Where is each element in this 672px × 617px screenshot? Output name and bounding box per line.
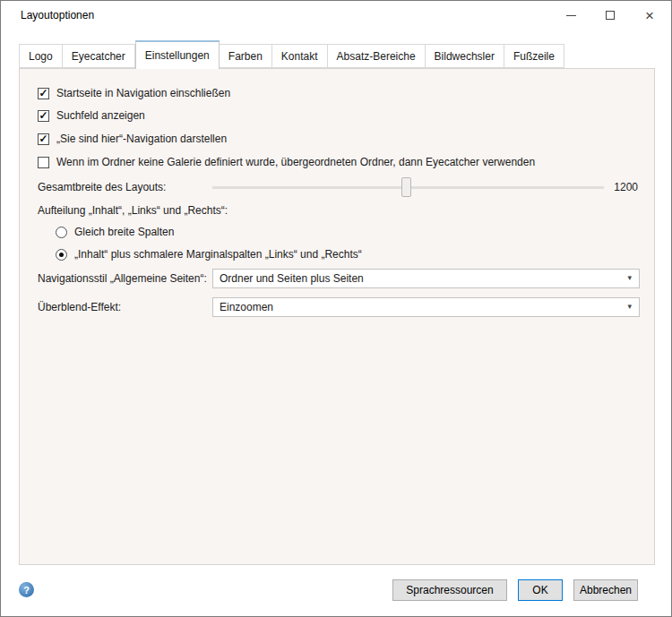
maximize-button[interactable] (590, 1, 630, 30)
dropdown-value: Ordner und Seiten plus Seiten (220, 272, 364, 285)
split-section-label-row: Aufteilung „Inhalt“, „Links“ und „Rechts… (38, 203, 638, 218)
ueberblend-dropdown[interactable]: Einzoomen ▾ (212, 297, 640, 317)
check-icon: ✓ (39, 133, 47, 144)
tab-strip: Logo Eyecatcher Einstellungen Farben Kon… (19, 40, 564, 68)
tab-farben[interactable]: Farben (220, 44, 272, 68)
tab-einstellungen[interactable]: Einstellungen (135, 40, 220, 69)
dropdown-value: Einzoomen (220, 301, 273, 313)
settings-panel: ✓ Startseite in Navigation einschließen … (19, 68, 655, 565)
sprachressourcen-button[interactable]: Sprachressourcen (392, 579, 507, 601)
abbrechen-button[interactable]: Abbrechen (573, 579, 638, 601)
tab-kontakt[interactable]: Kontakt (272, 44, 328, 68)
checkbox-startseite[interactable]: ✓ (38, 88, 49, 99)
ueberblend-label: Überblend-Effekt: (38, 301, 121, 313)
checkbox-galerie-fallback[interactable] (38, 157, 49, 168)
tab-eyecatcher[interactable]: Eyecatcher (63, 44, 135, 68)
radio-gleich-breit[interactable] (56, 227, 67, 238)
layout-width-slider[interactable] (212, 176, 604, 198)
ok-button[interactable]: OK (518, 579, 563, 601)
titlebar: Layoutoptionen × (1, 1, 671, 30)
radio-label: „Inhalt“ plus schmalere Marginalspalten … (74, 248, 362, 261)
navigationsstil-label: Navigationsstil „Allgemeine Seiten“: (38, 272, 207, 285)
checkbox-label: Startseite in Navigation einschließen (56, 87, 230, 99)
checkbox-row-galerie-fallback[interactable]: Wenn im Ordner keine Galerie definiert w… (38, 155, 638, 169)
checkbox-row-startseite[interactable]: ✓ Startseite in Navigation einschließen (38, 86, 638, 100)
checkbox-label: Suchfeld anzeigen (56, 109, 145, 122)
check-icon: ✓ (39, 88, 47, 99)
radio-inhalt-marginalspalten[interactable] (56, 249, 67, 261)
navigationsstil-dropdown[interactable]: Ordner und Seiten plus Seiten ▾ (212, 269, 640, 288)
radio-label: Gleich breite Spalten (74, 226, 174, 238)
slider-thumb[interactable] (401, 177, 411, 197)
help-icon: ? (23, 585, 30, 596)
minimize-button[interactable] (551, 1, 590, 30)
radio-row-gleich-breit[interactable]: Gleich breite Spalten (56, 225, 638, 239)
checkbox-label: „Sie sind hier“-Navigation darstellen (56, 133, 227, 145)
chevron-down-icon: ▾ (627, 274, 632, 282)
radio-dot (59, 253, 64, 257)
chevron-down-icon: ▾ (627, 303, 632, 311)
tab-bildwechsler[interactable]: Bildwechsler (426, 44, 504, 68)
footer-buttons: Sprachressourcen OK Abbrechen (392, 579, 638, 601)
slider-value: 1200 (614, 176, 638, 198)
close-icon: × (645, 8, 654, 23)
check-icon: ✓ (39, 110, 47, 121)
radio-row-inhalt-marginalspalten[interactable]: „Inhalt“ plus schmalere Marginalspalten … (56, 247, 638, 261)
window-title: Layoutoptionen (21, 9, 94, 21)
tab-absatz-bereiche[interactable]: Absatz-Bereiche (328, 44, 426, 68)
minimize-icon (566, 15, 576, 16)
checkbox-row-suchfeld[interactable]: ✓ Suchfeld anzeigen (38, 108, 638, 123)
split-section-label: Aufteilung „Inhalt“, „Links“ und „Rechts… (38, 204, 228, 217)
checkbox-suchfeld[interactable]: ✓ (38, 110, 49, 122)
close-button[interactable]: × (630, 1, 669, 30)
checkbox-label: Wenn im Ordner keine Galerie definiert w… (56, 156, 535, 168)
checkbox-sie-sind-hier[interactable]: ✓ (38, 133, 49, 145)
checkbox-row-sie-sind-hier[interactable]: ✓ „Sie sind hier“-Navigation darstellen (38, 132, 638, 146)
tab-logo[interactable]: Logo (19, 44, 63, 68)
layout-options-dialog: Layoutoptionen × Logo Eyecatcher Einstel… (0, 0, 672, 617)
slider-label: Gesamtbreite des Layouts: (38, 181, 166, 193)
tab-fusszeile[interactable]: Fußzeile (504, 44, 564, 68)
help-button[interactable]: ? (19, 582, 34, 597)
maximize-icon (606, 11, 615, 20)
window-controls: × (551, 1, 669, 30)
